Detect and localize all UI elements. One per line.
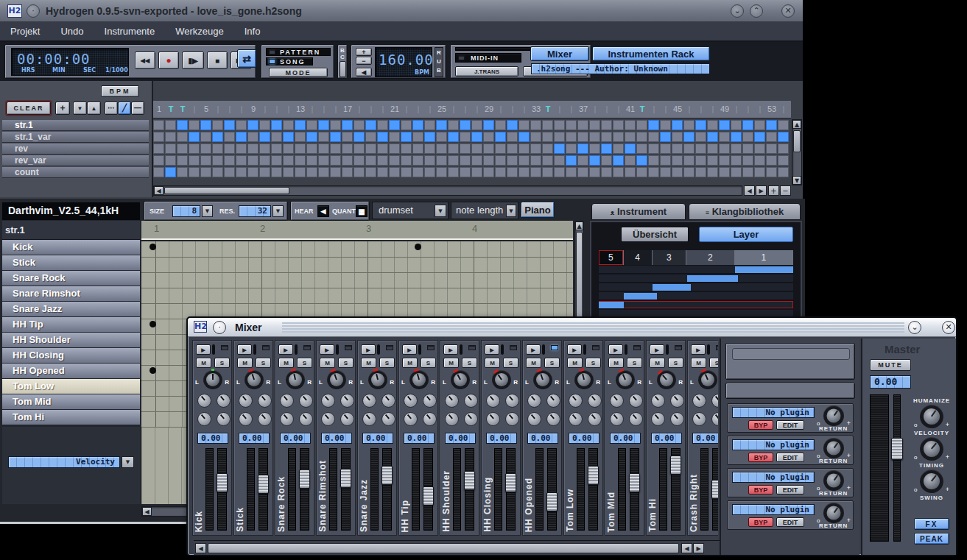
ruler-tick[interactable]: 41 (625, 101, 636, 118)
song-grid-cell[interactable] (460, 167, 471, 177)
note-kick[interactable] (150, 244, 156, 250)
song-grid-cell[interactable] (377, 167, 388, 177)
song-grid-cell[interactable] (271, 155, 282, 166)
song-grid-cell[interactable] (377, 120, 388, 130)
fx-send-knob[interactable] (670, 394, 684, 408)
song-grid-cell[interactable] (401, 155, 412, 166)
song-grid-cell[interactable] (306, 120, 317, 130)
song-grid-cell[interactable] (471, 143, 482, 154)
song-grid-cell[interactable] (518, 132, 530, 142)
channel-play-button[interactable]: ▶ (526, 344, 541, 355)
song-grid-cell[interactable] (401, 132, 412, 142)
bpm-timeline-button[interactable]: BPM (101, 85, 139, 97)
song-grid-cell[interactable] (259, 167, 270, 177)
clear-pattern-sequence-button[interactable]: CLEAR (7, 102, 51, 115)
song-grid-cell[interactable] (342, 155, 353, 166)
song-grid-cell[interactable] (518, 120, 530, 130)
pattern-row-rev[interactable]: rev (2, 143, 149, 155)
song-grid-cell[interactable] (330, 143, 341, 154)
song-grid-cell[interactable] (625, 167, 636, 177)
channel-play-button[interactable]: ▶ (402, 344, 417, 355)
song-grid-cell[interactable] (672, 155, 683, 166)
song-grid-cell[interactable] (448, 155, 459, 166)
ruler-tick[interactable]: T (165, 101, 177, 118)
ruler-tick[interactable]: | (507, 101, 518, 118)
ruler-tick[interactable]: | (318, 101, 330, 118)
layer-header-1[interactable]: 1 (735, 250, 793, 265)
instrument-rack-button[interactable]: Instrumenten Rack (592, 46, 710, 61)
song-grid-cell[interactable] (731, 120, 742, 130)
song-grid-cell[interactable] (672, 143, 683, 154)
swing-knob[interactable]: o + (920, 469, 943, 493)
song-grid-cell[interactable] (306, 143, 317, 154)
humanize-timing-knob[interactable]: o + (920, 437, 943, 461)
song-grid-cell[interactable] (460, 132, 471, 142)
song-zoom-out-button[interactable]: − (780, 185, 791, 196)
fx-plugin-display[interactable]: No plugin (732, 407, 815, 418)
song-grid-cell[interactable] (448, 132, 459, 142)
song-grid-cell[interactable] (672, 132, 683, 142)
song-grid-cell[interactable] (247, 167, 259, 177)
res-dropdown-button[interactable]: ▼ (272, 205, 284, 217)
song-grid-cell[interactable] (589, 120, 600, 130)
song-grid-cell[interactable] (648, 132, 659, 142)
song-grid-cell[interactable] (177, 120, 188, 130)
song-grid-cell[interactable] (542, 155, 553, 166)
fx-send-knob[interactable] (340, 394, 354, 408)
channel-fader-handle[interactable] (670, 456, 681, 475)
channel-solo-button[interactable]: S (256, 358, 271, 368)
song-grid-cell[interactable] (778, 167, 789, 177)
channel-fader-handle[interactable] (217, 473, 228, 492)
song-hscrollbar[interactable]: ◀ (153, 185, 742, 196)
fx-send-knob[interactable] (197, 412, 211, 426)
ruler-tick[interactable]: | (648, 101, 660, 118)
song-grid-cell[interactable] (318, 132, 329, 142)
fx-send-knob[interactable] (197, 394, 211, 408)
song-grid-cell[interactable] (742, 143, 753, 154)
fx-send-knob[interactable] (404, 394, 418, 408)
song-grid-cell[interactable] (683, 132, 695, 142)
loop-button[interactable]: ⇄ (237, 49, 256, 68)
pan-knob[interactable] (327, 370, 346, 389)
mixer-menu-button[interactable]: · (213, 321, 226, 334)
song-grid-cell[interactable] (365, 132, 376, 142)
channel-solo-button[interactable]: S (586, 358, 601, 368)
song-grid-cell[interactable] (200, 120, 211, 130)
song-grid-cell[interactable] (683, 120, 695, 130)
fx-send-knob[interactable] (464, 412, 478, 426)
song-grid-cell[interactable] (495, 155, 506, 166)
song-grid-cell[interactable] (648, 120, 659, 130)
fx-return-knob[interactable]: o+ (823, 405, 844, 426)
song-grid-cell[interactable] (212, 155, 223, 166)
song-grid-cell[interactable] (460, 120, 471, 130)
menu-item-werkzeuge[interactable]: Werkzeuge (165, 22, 234, 42)
instrument-row-tom-mid[interactable]: Tom Mid (2, 394, 140, 410)
song-grid-cell[interactable] (306, 167, 317, 177)
tab-klangbibliothek[interactable]: ≡ Klangbibliothek (689, 203, 801, 220)
ruler-tick[interactable]: | (695, 101, 707, 118)
channel-fader-handle[interactable] (546, 492, 558, 511)
song-grid-cell[interactable] (613, 132, 624, 142)
song-grid-cell[interactable] (530, 120, 541, 130)
song-grid-cell[interactable] (306, 155, 317, 166)
ruler-tick[interactable]: | (660, 101, 672, 118)
note-length-dropdown[interactable]: note length ▼ (451, 202, 518, 219)
fx-send-knob[interactable] (670, 412, 684, 426)
fx-send-knob[interactable] (423, 412, 437, 426)
fx-send-knob[interactable] (217, 394, 231, 408)
channel-mute-button[interactable]: M (278, 358, 294, 368)
mixer-scroll-right-button[interactable]: ▶ (693, 543, 704, 553)
channel-solo-button[interactable]: S (379, 358, 395, 368)
channel-fader-handle[interactable] (340, 469, 351, 488)
song-grid-cell[interactable] (625, 155, 636, 166)
song-grid-cell[interactable] (566, 120, 577, 130)
hear-notes-button[interactable]: ◀ (317, 205, 329, 217)
pan-knob[interactable] (574, 370, 594, 389)
fx-send-knob[interactable] (486, 412, 500, 426)
song-grid-cell[interactable] (212, 120, 223, 130)
note-kick[interactable] (415, 244, 421, 250)
song-grid-cell[interactable] (200, 167, 211, 177)
song-grid-cell[interactable] (660, 132, 671, 142)
song-grid-cell[interactable] (577, 167, 588, 177)
song-grid-cell[interactable] (754, 132, 765, 142)
